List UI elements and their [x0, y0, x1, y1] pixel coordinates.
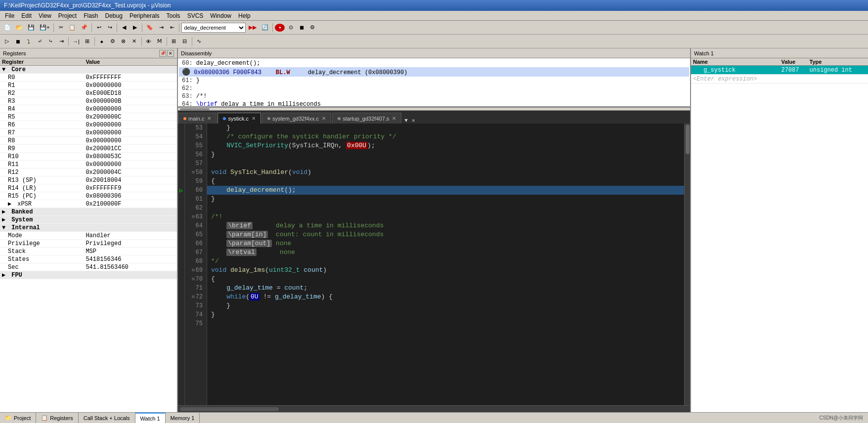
table-row[interactable]: ▶ FPU [0, 271, 177, 279]
table-row[interactable]: ▶ System [0, 216, 177, 224]
bp-toggle-btn[interactable]: ● [97, 36, 107, 47]
tab-close-startup[interactable]: ✕ [392, 116, 396, 121]
table-row[interactable]: Sec 541.81563460 [0, 263, 177, 271]
cut-btn[interactable]: ✂ [56, 22, 66, 33]
tab-watch1-bottom[interactable]: Watch 1 [135, 413, 166, 423]
menu-peripherals[interactable]: Peripherals [127, 12, 163, 20]
step-over-btn[interactable]: ⤶ [35, 36, 44, 47]
menu-file[interactable]: File [2, 12, 17, 20]
table-row[interactable]: ▶ xPSR 0x2100000F [0, 200, 177, 208]
tab-registers-bottom[interactable]: 📋 Registers [36, 413, 78, 423]
memory-window-btn[interactable]: Ⅿ [155, 36, 165, 47]
undo-btn[interactable]: ↩ [94, 22, 104, 33]
step-asm-btn[interactable]: ⇥ [56, 36, 66, 47]
bp-settings-btn[interactable]: ⚙ [108, 36, 118, 47]
run-to-cursor-btn[interactable]: →| [71, 36, 82, 47]
tab-call-stack[interactable]: Call Stack + Locals [79, 413, 135, 423]
run2-btn[interactable]: ▷ [2, 36, 12, 47]
copy-btn[interactable]: 📋 [67, 22, 78, 33]
save-btn[interactable]: 💾 [26, 22, 37, 33]
table-row[interactable]: Mode Handler [0, 232, 177, 240]
debug-btn[interactable]: ● [275, 24, 285, 32]
tab-system-c[interactable]: system_gd32f4xx.c ✕ [262, 113, 331, 124]
outdent-btn[interactable]: ⇤ [167, 22, 177, 33]
menu-debug[interactable]: Debug [102, 12, 126, 20]
watch-enter-expression[interactable]: <Enter expression> [691, 75, 779, 84]
stop2-btn[interactable]: ⏹ [13, 36, 23, 47]
open-btn[interactable]: 📂 [14, 22, 25, 33]
vertical-scrollbar[interactable] [684, 124, 690, 405]
table-row[interactable]: R0 0xFFFFFFFF [0, 74, 177, 82]
table-row[interactable]: <Enter expression> [691, 75, 868, 84]
table-row[interactable]: R4 0x00000000 [0, 105, 177, 113]
paste-btn[interactable]: 📌 [79, 22, 89, 33]
bookmark-btn[interactable]: 🔖 [144, 22, 155, 33]
show-next-btn[interactable]: ⊞ [83, 36, 92, 47]
tab-arrow[interactable]: ▼ [402, 118, 410, 124]
tab-memory1-bottom[interactable]: Memory 1 [166, 413, 200, 423]
extra1-btn[interactable]: ⊞ [169, 36, 179, 47]
table-row[interactable]: Stack MSP [0, 248, 177, 255]
rebuild-btn[interactable]: 🔄 [260, 22, 270, 33]
redo-btn[interactable]: ↪ [105, 22, 115, 33]
table-row[interactable]: R10 0x0800053C [0, 153, 177, 161]
table-row[interactable]: R9 0x200001CC [0, 145, 177, 153]
settings-btn[interactable]: ⚙ [307, 22, 317, 33]
reg-name: R2 [0, 89, 84, 97]
menu-svcs[interactable]: SVCS [184, 12, 207, 20]
menu-help[interactable]: Help [235, 12, 254, 20]
tab-main-c[interactable]: main.c ✕ [178, 113, 217, 124]
menu-flash[interactable]: Flash [81, 12, 101, 20]
new-file-btn[interactable]: 📄 [2, 22, 13, 33]
table-row[interactable]: R8 0x00000000 [0, 137, 177, 145]
menu-view[interactable]: View [36, 12, 54, 20]
extra2-btn[interactable]: ⊟ [180, 36, 190, 47]
table-row[interactable]: ▼ Core [0, 66, 177, 74]
close-panel-btn[interactable]: ✕ [167, 50, 174, 57]
tab-close-systick[interactable]: ✕ [252, 116, 256, 121]
menu-tools[interactable]: Tools [164, 12, 183, 20]
bp-all-btn[interactable]: ⊗ [119, 36, 129, 47]
logic-btn[interactable]: ∿ [194, 36, 204, 47]
table-row[interactable]: Privilege Privileged [0, 240, 177, 248]
pin-btn[interactable]: 📌 [159, 50, 166, 57]
indent-btn[interactable]: ⇥ [156, 22, 166, 33]
table-row[interactable]: R5 0x2000000C [0, 113, 177, 121]
table-row[interactable]: R13 (SP) 0x20018004 [0, 176, 177, 184]
stop-btn[interactable]: ◼ [297, 22, 306, 33]
table-row[interactable]: R6 0x00000000 [0, 121, 177, 129]
code-editor[interactable]: ▷ 53 54 55 [178, 124, 690, 405]
tab-close-system[interactable]: ✕ [322, 116, 326, 121]
table-row[interactable]: R3 0x0000000B [0, 97, 177, 105]
nav-fwd-btn[interactable]: ▶ [130, 22, 140, 33]
menu-edit[interactable]: Edit [18, 12, 35, 20]
table-row[interactable]: ▶ Banked [0, 208, 177, 216]
build-btn[interactable]: ▶▶ [247, 22, 259, 33]
nav-back-btn[interactable]: ◀ [119, 22, 129, 33]
table-row[interactable]: R1 0x00000000 [0, 82, 177, 89]
table-row[interactable]: R12 0x2000004C [0, 169, 177, 176]
watch-window-btn[interactable]: 👁 [144, 36, 154, 47]
bp-clear-btn[interactable]: ✕ [130, 36, 139, 47]
step-out-btn[interactable]: ⤷ [45, 36, 55, 47]
table-row[interactable]: States 5418156346 [0, 255, 177, 263]
tab-project[interactable]: 📁 Project [0, 413, 36, 423]
menu-window[interactable]: Window [207, 12, 234, 20]
tab-close-all[interactable]: ✕ [410, 117, 417, 124]
tab-close-main[interactable]: ✕ [207, 116, 211, 121]
target-selector[interactable]: delay_decrement [181, 23, 246, 33]
table-row[interactable]: R14 (LR) 0xFFFFFFF9 [0, 184, 177, 192]
step-btn[interactable]: ⤵ [24, 36, 34, 47]
horizontal-scrollbar[interactable] [178, 405, 690, 412]
tab-startup-s[interactable]: startup_gd32f407.s ✕ [332, 113, 401, 124]
table-row[interactable]: R11 0x00000000 [0, 161, 177, 169]
table-row[interactable]: R2 0xE000ED18 [0, 89, 177, 97]
table-row[interactable]: R15 (PC) 0x08000306 [0, 192, 177, 200]
tab-systick-c[interactable]: systick.c ✕ [217, 113, 261, 124]
save-all-btn[interactable]: 💾+ [38, 22, 51, 33]
table-row[interactable]: ▼ Internal [0, 224, 177, 232]
run-btn[interactable]: ⊙ [286, 22, 296, 33]
table-row[interactable]: R7 0x00000000 [0, 129, 177, 137]
table-row[interactable]: g_systick 27087 unsigned int [691, 66, 868, 75]
menu-project[interactable]: Project [55, 12, 80, 20]
